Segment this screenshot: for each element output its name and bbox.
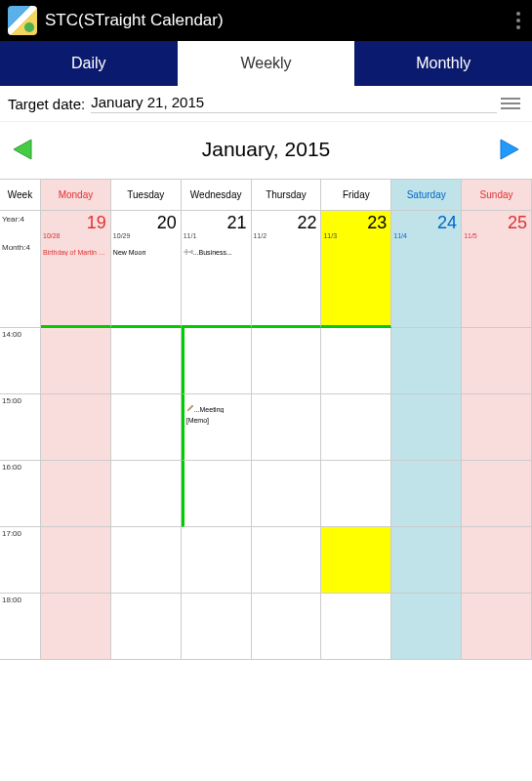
slot-sat-18[interactable] xyxy=(391,594,462,660)
slot-fri-16[interactable] xyxy=(321,461,391,527)
slot-sun-16[interactable] xyxy=(462,461,532,527)
slot-tue-14[interactable] xyxy=(111,328,182,394)
app-icon xyxy=(8,6,37,35)
slot-fri-15[interactable] xyxy=(321,394,391,461)
tab-monthly[interactable]: Monthly xyxy=(354,41,532,86)
slot-sun-14[interactable] xyxy=(462,328,532,394)
slot-mon-14[interactable] xyxy=(41,328,111,394)
header-thu: Thursday xyxy=(252,180,322,211)
slot-fri-18[interactable] xyxy=(321,594,391,660)
target-date-label: Target date: xyxy=(8,96,85,112)
slot-thu-18[interactable] xyxy=(252,594,322,660)
slot-wed-14[interactable] xyxy=(182,328,252,394)
slot-tue-18[interactable] xyxy=(111,594,182,660)
slot-wed-18[interactable] xyxy=(182,594,252,660)
svg-marker-1 xyxy=(501,140,518,159)
header-wed: Wednesday xyxy=(182,180,252,211)
daynum-mon: 19 xyxy=(87,213,106,233)
rowlabel-14: 14:00 xyxy=(0,328,41,394)
day-sun[interactable]: 25 11/5 xyxy=(462,211,532,328)
target-date-input[interactable]: January 21, 2015 xyxy=(91,94,497,113)
calendar-grid: Week Monday Tuesday Wednesday Thursday F… xyxy=(0,179,532,781)
slot-sun-18[interactable] xyxy=(462,594,532,660)
tab-weekly[interactable]: Weekly xyxy=(178,41,355,86)
day-wed[interactable]: 21 11/1 ...Business... xyxy=(182,211,252,328)
titlebar: STC(STraight Calendar) xyxy=(0,0,532,41)
daynum-fri: 23 xyxy=(367,213,387,233)
header-mon: Monday xyxy=(41,180,111,211)
slot-tue-16[interactable] xyxy=(111,461,182,527)
memo-text: [Memo] xyxy=(184,413,251,428)
slot-fri-17[interactable] xyxy=(321,527,391,594)
day-thu[interactable]: 22 11/2 xyxy=(252,211,322,328)
slot-mon-15[interactable] xyxy=(41,394,111,461)
event-wed: ...Business... xyxy=(182,249,251,256)
month-nav: January, 2015 xyxy=(0,122,532,171)
slot-wed-15[interactable]: ...Meeting [Memo] xyxy=(182,394,252,461)
slot-sun-17[interactable] xyxy=(462,527,532,594)
target-date-row: Target date: January 21, 2015 xyxy=(0,86,532,122)
month-title: January, 2015 xyxy=(202,138,331,161)
slot-mon-16[interactable] xyxy=(41,461,111,527)
slot-tue-17[interactable] xyxy=(111,527,182,594)
slot-mon-17[interactable] xyxy=(41,527,111,594)
event-tue: New Moon xyxy=(111,249,181,256)
rowlabel-15: 15:00 xyxy=(0,394,41,461)
year-label: Year:4 xyxy=(0,211,40,226)
slot-wed-16[interactable] xyxy=(182,461,252,527)
day-fri[interactable]: 23 11/3 xyxy=(321,211,391,328)
header-week: Week xyxy=(0,180,41,211)
hamburger-icon[interactable] xyxy=(497,94,524,113)
slot-fri-14[interactable] xyxy=(321,328,391,394)
overflow-menu-icon[interactable] xyxy=(512,8,524,33)
slot-sat-16[interactable] xyxy=(391,461,462,527)
day-sat[interactable]: 24 11/4 xyxy=(391,211,462,328)
rowlabel-17: 17:00 xyxy=(0,527,41,594)
pencil-icon xyxy=(186,404,194,412)
header-tue: Tuesday xyxy=(111,180,182,211)
slot-thu-15[interactable] xyxy=(252,394,322,461)
slot-tue-15[interactable] xyxy=(111,394,182,461)
slot-sun-15[interactable] xyxy=(462,394,532,461)
svg-marker-0 xyxy=(14,140,31,159)
slot-mon-18[interactable] xyxy=(41,594,111,660)
day-tue[interactable]: 20 10/29 New Moon xyxy=(111,211,182,328)
event-meeting: ...Meeting xyxy=(184,404,251,413)
event-mon: Birthday of Martin Lu... xyxy=(41,249,110,256)
slot-sat-15[interactable] xyxy=(391,394,462,461)
daynum-thu: 22 xyxy=(297,213,316,233)
rowlabel-16: 16:00 xyxy=(0,461,41,527)
daynum-wed: 21 xyxy=(227,213,247,233)
daynum-sun: 25 xyxy=(508,213,527,233)
slot-sat-14[interactable] xyxy=(391,328,462,394)
slot-thu-16[interactable] xyxy=(252,461,322,527)
tabs: Daily Weekly Monthly xyxy=(0,41,532,86)
next-arrow-icon[interactable] xyxy=(497,136,524,163)
prev-arrow-icon[interactable] xyxy=(8,136,35,163)
slot-sat-17[interactable] xyxy=(391,527,462,594)
daynum-sat: 24 xyxy=(437,213,457,233)
slot-thu-14[interactable] xyxy=(252,328,322,394)
header-sat: Saturday xyxy=(391,180,462,211)
plane-icon xyxy=(184,249,193,255)
daynum-tue: 20 xyxy=(157,213,177,233)
day-mon[interactable]: 19 10/28 Birthday of Martin Lu... xyxy=(41,211,111,328)
header-fri: Friday xyxy=(321,180,391,211)
slot-thu-17[interactable] xyxy=(252,527,322,594)
rowlabel-allday: Year:4 Month:4 xyxy=(0,211,41,328)
slot-wed-17[interactable] xyxy=(182,527,252,594)
header-sun: Sunday xyxy=(462,180,532,211)
rowlabel-18: 18:00 xyxy=(0,594,41,660)
tab-daily[interactable]: Daily xyxy=(0,41,178,86)
app-title: STC(STraight Calendar) xyxy=(45,11,224,30)
month-label: Month:4 xyxy=(0,226,40,254)
